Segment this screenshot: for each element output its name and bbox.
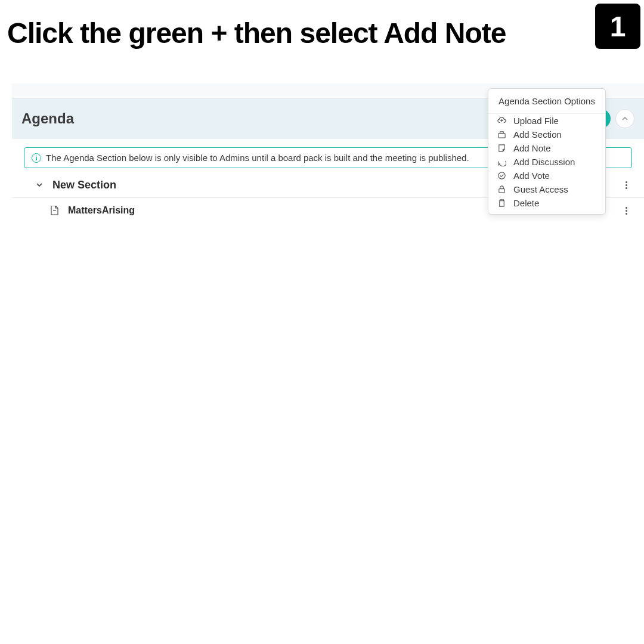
cloud-upload-icon <box>497 116 506 126</box>
chevron-down-icon <box>36 181 43 190</box>
vote-icon <box>497 171 506 181</box>
info-message: The Agenda Section below is only visible… <box>46 153 469 163</box>
menu-label: Delete <box>513 198 539 208</box>
menu-label: Add Vote <box>513 171 550 181</box>
menu-label: Guest Access <box>513 184 568 194</box>
menu-delete[interactable]: Delete <box>488 196 605 214</box>
file-icon <box>50 206 58 215</box>
menu-upload-file[interactable]: Upload File <box>488 114 605 128</box>
menu-add-section[interactable]: Add Section <box>488 128 605 141</box>
note-icon <box>497 144 506 153</box>
agenda-section-options-menu: Agenda Section Options Upload File Add S… <box>488 88 606 215</box>
menu-label: Upload File <box>513 116 559 126</box>
menu-label: Add Section <box>513 129 562 140</box>
item-more-icon[interactable] <box>626 207 627 215</box>
svg-rect-1 <box>498 134 504 138</box>
collapse-button[interactable] <box>615 109 634 128</box>
chevron-up-icon <box>621 115 628 122</box>
instruction-text: Click the green + then select Add Note <box>7 17 506 49</box>
menu-add-discussion[interactable]: Add Discussion <box>488 155 605 169</box>
section-icon <box>497 130 506 140</box>
menu-label: Add Note <box>513 143 551 153</box>
trash-icon <box>497 199 506 208</box>
agenda-item-title: MattersArising <box>68 205 135 216</box>
agenda-title: Agenda <box>21 110 74 127</box>
svg-rect-0 <box>53 210 56 211</box>
dropdown-title: Agenda Section Options <box>488 89 605 114</box>
menu-guest-access[interactable]: Guest Access <box>488 182 605 196</box>
menu-add-vote[interactable]: Add Vote <box>488 169 605 182</box>
menu-label: Add Discussion <box>513 157 575 167</box>
info-icon: i <box>32 153 41 163</box>
lock-icon <box>497 185 506 194</box>
section-title: New Section <box>52 179 116 191</box>
step-number-badge: 1 <box>595 4 640 49</box>
svg-point-2 <box>498 172 504 179</box>
discussion-icon <box>497 157 506 167</box>
section-more-icon[interactable] <box>626 181 627 189</box>
menu-add-note[interactable]: Add Note <box>488 141 605 155</box>
svg-rect-3 <box>499 189 504 193</box>
